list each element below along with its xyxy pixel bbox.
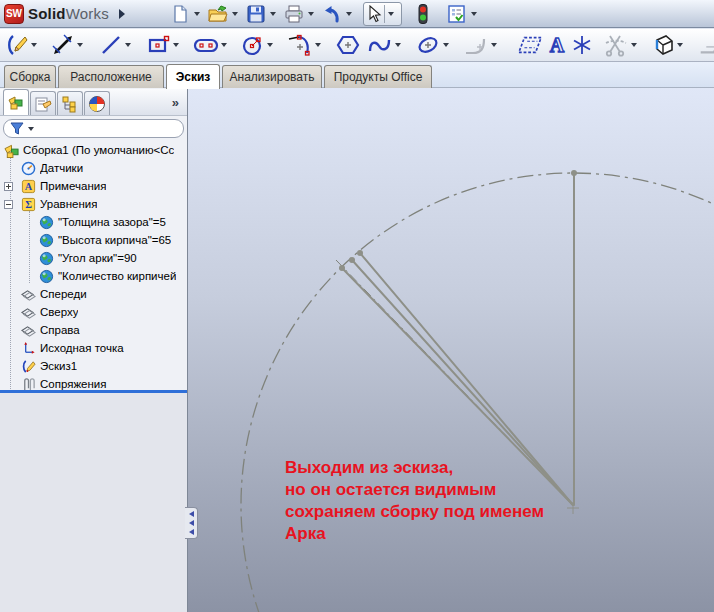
solidworks-window: SW SolidWorks [0,0,714,612]
title-bar: SW SolidWorks [0,0,714,28]
app-title: SolidWorks [28,5,109,22]
trim-icon[interactable] [602,31,630,59]
new-icon[interactable] [167,2,193,26]
collapse-left-arrow-icon [189,511,194,517]
collapse-minus-icon[interactable] [4,200,13,209]
tree-item-equation-angle[interactable]: "Угол арки"=90 [0,249,187,267]
trim-dropdown-icon[interactable] [631,43,637,47]
tab-analyze[interactable]: Анализировать [222,65,322,88]
filter-dropdown-icon[interactable] [28,127,34,131]
open-icon[interactable] [205,2,231,26]
design-check-dropdown-icon[interactable] [471,12,477,16]
rectangle-icon[interactable] [146,31,172,59]
slot-dropdown-icon[interactable] [221,43,227,47]
graphics-viewport[interactable]: Выходим из эскиза, но он остается видимы… [188,88,714,612]
line-icon[interactable] [98,31,124,59]
equation-globe-icon [39,233,54,248]
smart-dimension-icon[interactable] [50,31,76,59]
tree-item-sketch1[interactable]: Эскиз1 [0,357,187,375]
configuration-manager-icon[interactable] [57,91,83,115]
save-dropdown-icon[interactable] [270,12,276,16]
design-check-icon[interactable] [444,2,470,26]
feature-manager-panel: » Сборка1 (По умолчанию<Сс [0,88,188,612]
tree-item-mates[interactable]: Сопряжения [0,375,187,390]
svg-text:A: A [25,181,33,192]
cube-icon [649,33,675,57]
check-sheet-icon [447,5,467,23]
slot-icon[interactable] [192,31,220,59]
spline-dropdown-icon[interactable] [395,43,401,47]
rebuild-traffic-light-icon[interactable] [410,2,436,26]
sketch-icon[interactable] [4,31,30,59]
circle-icon[interactable] [240,31,266,59]
line-dropdown-icon[interactable] [125,43,131,47]
sketch-dropdown-icon[interactable] [31,43,37,47]
polygon-icon[interactable] [334,31,362,59]
tree-item-equations[interactable]: Σ Уравнения [0,195,187,213]
collapse-left-arrow-icon [189,529,194,535]
undo-dropdown-icon[interactable] [346,12,352,16]
menu-flyout-icon[interactable] [119,9,125,19]
trim-scissors-icon [603,33,629,57]
panel-empty-area [0,393,187,612]
tree-item-front-plane[interactable]: Спереди [0,285,187,303]
print-icon[interactable] [281,2,307,26]
tab-sketch[interactable]: Эскиз [166,64,220,89]
tree-item-assembly-root[interactable]: Сборка1 (По умолчанию<Сс [0,141,187,159]
tree-item-equation-count[interactable]: "Количество кирпичей [0,267,187,285]
feature-manager-icon[interactable] [3,89,29,115]
tab-layout[interactable]: Расположение [58,65,164,88]
equation-globe-icon [39,269,54,284]
tab-office-products[interactable]: Продукты Office [324,65,432,88]
fillet-dropdown-icon[interactable] [491,43,497,47]
select-tool-button[interactable] [363,2,402,26]
property-manager-icon[interactable] [30,91,56,115]
tree-filter-input[interactable] [3,119,184,138]
convert-entities-icon[interactable] [696,31,714,59]
circle-dropdown-icon[interactable] [267,43,273,47]
new-document-icon [171,5,189,23]
undo-arrow-icon [322,5,342,23]
tree-item-top-plane[interactable]: Сверху [0,303,187,321]
solidworks-logo-icon: SW [4,4,24,24]
expand-plus-icon[interactable] [4,182,13,191]
ellipse-dropdown-icon[interactable] [443,43,449,47]
panel-collapse-handle[interactable] [185,507,198,539]
display-manager-icon[interactable] [84,91,110,115]
tree-item-origin[interactable]: Исходная точка [0,339,187,357]
tree-item-right-plane[interactable]: Справа [0,321,187,339]
equation-globe-icon [39,215,54,230]
arc-dropdown-icon[interactable] [315,43,321,47]
tree-item-sensors[interactable]: Датчики [0,159,187,177]
tree-item-equation-height[interactable]: "Высота кирпича"=65 [0,231,187,249]
new-dropdown-icon[interactable] [194,12,200,16]
sensors-icon [21,161,36,176]
plane-icon [21,287,36,302]
sketch-feature-icon [21,359,36,374]
smart-dimension-dropdown-icon[interactable] [77,43,83,47]
tab-assembly[interactable]: Сборка [4,65,56,88]
save-icon[interactable] [243,2,269,26]
ellipse-icon[interactable] [414,31,442,59]
undo-icon[interactable] [319,2,345,26]
3d-cube-dropdown-icon[interactable] [677,43,683,47]
display-sphere-icon [88,95,106,113]
polygon-tool-icon [335,33,361,57]
text-icon[interactable]: A [544,31,570,59]
svg-text:A: A [550,34,565,56]
rectangle-dropdown-icon[interactable] [173,43,179,47]
spline-icon[interactable] [366,31,394,59]
3d-cube-icon[interactable] [648,31,676,59]
tree-item-annotations[interactable]: A Примечания [0,177,187,195]
panel-more-chevron[interactable]: » [172,95,179,110]
fillet-icon[interactable] [462,31,490,59]
open-dropdown-icon[interactable] [232,12,238,16]
print-dropdown-icon[interactable] [308,12,314,16]
select-dropdown-icon[interactable] [388,12,394,16]
sketch-pencil-icon [5,33,29,57]
tree-item-equation-gap[interactable]: "Толщина зазора"=5 [0,213,187,231]
fillet-tool-icon [463,33,489,57]
plane-icon[interactable] [516,31,544,59]
arc-icon[interactable] [286,31,314,59]
point-icon[interactable] [570,31,594,59]
